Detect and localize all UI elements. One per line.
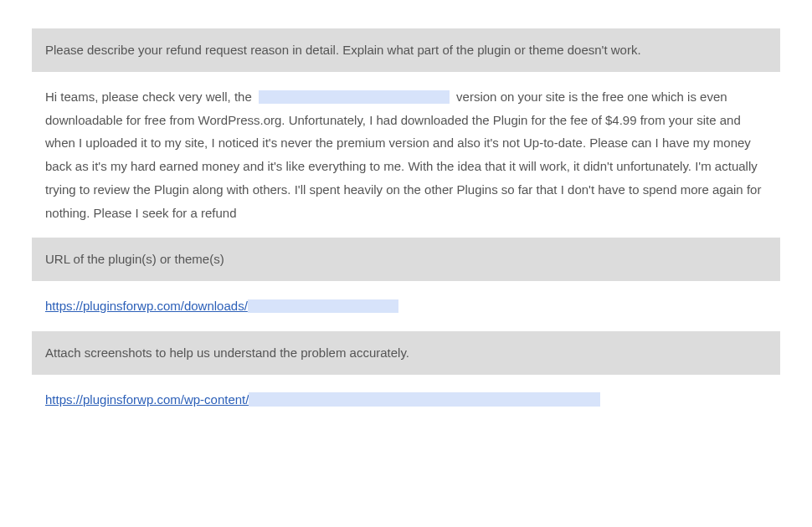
redacted-screenshot-url-tail (249, 392, 600, 407)
redacted-plugin-url-tail (248, 299, 398, 314)
plugin-url-row: https://pluginsforwp.com/downloads/ (32, 294, 780, 318)
refund-reason-part2: version on your site is the free one whi… (45, 90, 761, 220)
redacted-plugin-name (259, 90, 450, 105)
screenshots-header: Attach screenshots to help us understand… (32, 331, 780, 375)
screenshot-url-row: https://pluginsforwp.com/wp-content/ (32, 388, 780, 412)
refund-reason-body: Hi teams, please check very well, the ve… (32, 85, 780, 225)
refund-reason-header-text: Please describe your refund request reas… (45, 43, 641, 57)
screenshots-header-text: Attach screenshots to help us understand… (45, 345, 409, 360)
refund-reason-header: Please describe your refund request reas… (32, 28, 780, 72)
refund-reason-part1: Hi teams, please check very well, the (45, 90, 255, 104)
plugin-url-link[interactable]: https://pluginsforwp.com/downloads/ (45, 299, 248, 313)
url-header-text: URL of the plugin(s) or theme(s) (45, 252, 224, 266)
url-header: URL of the plugin(s) or theme(s) (32, 238, 780, 281)
screenshot-url-link[interactable]: https://pluginsforwp.com/wp-content/ (45, 392, 249, 407)
